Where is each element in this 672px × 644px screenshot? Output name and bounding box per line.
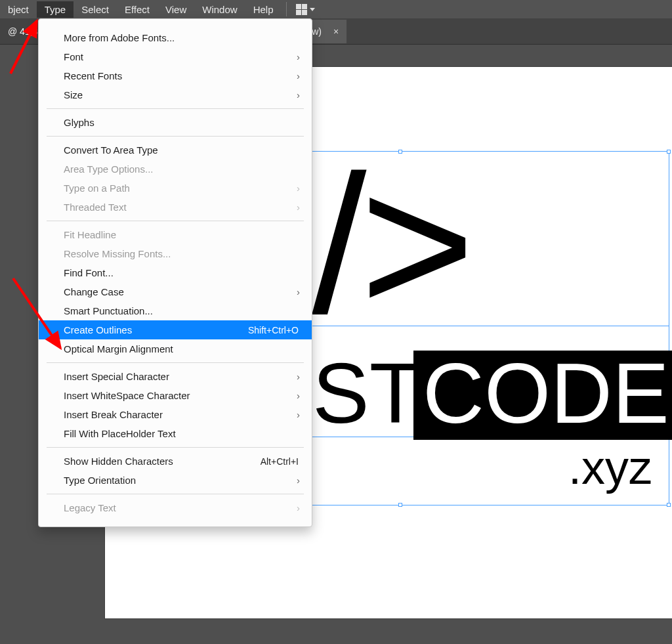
menu-item-label: Insert WhiteSpace Character [64, 390, 190, 401]
close-icon[interactable]: × [333, 26, 339, 37]
menu-item-label: Create Outlines [64, 324, 132, 335]
menu-item-label: Insert Break Character [64, 409, 163, 420]
menu-item-optical-margin-alignment[interactable]: Optical Margin Alignment [39, 339, 312, 358]
menu-item-find-font[interactable]: Find Font... [39, 263, 312, 282]
menu-item-show-hidden-characters[interactable]: Show Hidden CharactersAlt+Ctrl+I [39, 452, 312, 471]
menu-item-create-outlines[interactable]: Create OutlinesShift+Ctrl+O [39, 320, 312, 339]
logo-xyz-text[interactable]: .xyz [568, 444, 652, 491]
menubar-item-object[interactable]: bject [0, 1, 37, 18]
menu-item-label: More from Adobe Fonts... [64, 32, 175, 43]
chevron-right-icon: › [297, 182, 300, 194]
menu-item-resolve-missing-fonts: Resolve Missing Fonts... [39, 244, 312, 263]
menubar-item-help[interactable]: Help [245, 1, 282, 18]
menubar-item-window[interactable]: Window [194, 1, 245, 18]
menu-separator [47, 221, 304, 221]
menu-item-type-orientation[interactable]: Type Orientation› [39, 471, 312, 490]
menubar-item-type[interactable]: Type [37, 1, 74, 18]
menu-separator [47, 108, 304, 109]
menu-item-label: Recent Fonts [64, 70, 122, 81]
menu-item-label: Insert Special Character [64, 371, 169, 382]
type-dropdown-menu: More from Adobe Fonts...Font›Recent Font… [38, 18, 312, 527]
document-tab-label: w) [312, 26, 322, 37]
chevron-right-icon: › [297, 89, 300, 100]
main-menubar: bject Type Select Effect View Window Hel… [0, 0, 672, 18]
chevron-right-icon: › [297, 202, 300, 213]
menu-item-label: Type on a Path [64, 182, 130, 194]
menu-item-insert-whitespace-character[interactable]: Insert WhiteSpace Character› [39, 386, 312, 405]
menu-item-label: Change Case [64, 286, 124, 297]
menu-separator [47, 447, 304, 448]
menu-item-label: Size [64, 89, 83, 100]
menu-item-fit-headline: Fit Headline [39, 225, 312, 244]
menu-item-label: Convert To Area Type [64, 144, 158, 156]
menu-item-font[interactable]: Font› [39, 47, 312, 66]
menubar-separator [286, 2, 287, 16]
menu-item-label: Area Type Options... [64, 163, 153, 175]
chevron-right-icon: › [297, 70, 300, 81]
menu-item-label: Threaded Text [64, 202, 127, 213]
chevron-down-icon [310, 8, 315, 11]
chevron-right-icon: › [297, 409, 300, 420]
menu-item-shortcut: Alt+Ctrl+I [261, 456, 299, 467]
menu-separator [47, 362, 304, 363]
menubar-item-view[interactable]: View [158, 1, 194, 18]
menu-item-insert-break-character[interactable]: Insert Break Character› [39, 405, 312, 424]
menu-item-recent-fonts[interactable]: Recent Fonts› [39, 66, 312, 85]
menu-item-legacy-text: Legacy Text› [39, 498, 312, 517]
grid-icon [296, 4, 307, 15]
menu-item-label: Show Hidden Characters [64, 456, 173, 467]
menu-item-label: Smart Punctuation... [64, 305, 153, 316]
menu-item-fill-with-placeholder-text[interactable]: Fill With PlaceHolder Text [39, 424, 312, 443]
menu-item-more-from-adobe-fonts[interactable]: More from Adobe Fonts... [39, 28, 312, 47]
menu-item-insert-special-character[interactable]: Insert Special Character› [39, 367, 312, 386]
menu-item-label: Font [64, 51, 83, 62]
menubar-item-effect[interactable]: Effect [117, 1, 158, 18]
chevron-right-icon: › [297, 371, 300, 382]
logo-text-code[interactable]: CODE [413, 351, 672, 440]
chevron-right-icon: › [297, 390, 300, 401]
menu-item-size[interactable]: Size› [39, 85, 312, 104]
logo-text-left[interactable]: ST [312, 351, 421, 436]
menu-item-convert-to-area-type[interactable]: Convert To Area Type [39, 140, 312, 160]
chevron-right-icon: › [297, 51, 300, 62]
menu-item-smart-punctuation[interactable]: Smart Punctuation... [39, 301, 312, 320]
menu-item-label: Glyphs [64, 117, 94, 128]
menu-item-label: Fill With PlaceHolder Text [64, 428, 176, 439]
menu-item-label: Type Orientation [64, 475, 136, 486]
menu-item-label: Resolve Missing Fonts... [64, 248, 171, 259]
menubar-item-select[interactable]: Select [74, 1, 117, 18]
chevron-right-icon: › [297, 502, 300, 513]
menu-item-label: Legacy Text [64, 502, 116, 513]
workspace-switcher[interactable] [292, 4, 319, 15]
menu-item-label: Optical Margin Alignment [64, 343, 173, 354]
menu-item-area-type-options: Area Type Options... [39, 160, 312, 179]
menu-separator [47, 494, 304, 494]
chevron-right-icon: › [297, 475, 300, 486]
chevron-right-icon: › [297, 286, 300, 297]
menu-item-label: Fit Headline [64, 229, 116, 240]
menu-item-change-case[interactable]: Change Case› [39, 282, 312, 301]
menu-item-threaded-text: Threaded Text› [39, 198, 312, 217]
menu-item-glyphs[interactable]: Glyphs [39, 113, 312, 132]
menu-item-label: Find Font... [64, 267, 114, 278]
menu-item-type-on-a-path: Type on a Path› [39, 179, 312, 198]
menu-separator [47, 136, 304, 137]
menu-item-shortcut: Shift+Ctrl+O [248, 325, 299, 335]
